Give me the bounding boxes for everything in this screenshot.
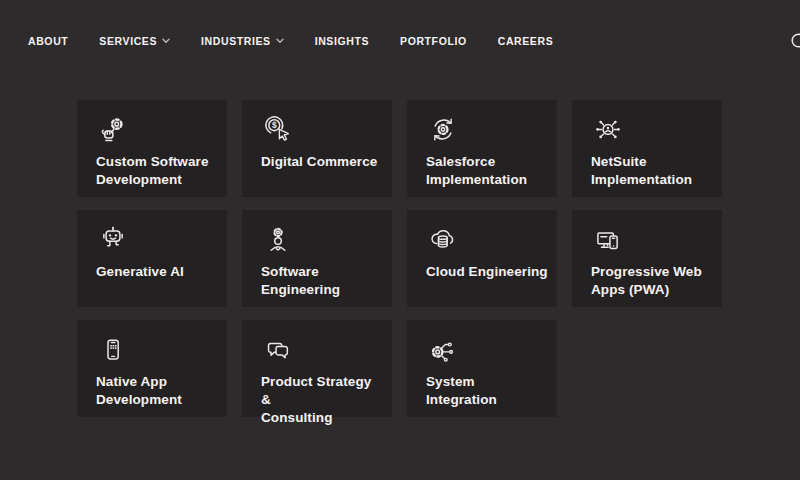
- nav-item-services[interactable]: SERVICES: [99, 35, 170, 47]
- monitor-phone-icon: [591, 223, 714, 257]
- services-mega-menu-page: { "colors": { "page_bg": "#2e2b2c", "car…: [0, 0, 800, 480]
- services-menu-grid: Custom Software Development $ Digital Co…: [77, 100, 722, 417]
- card-label: Cloud Engineering: [426, 263, 549, 281]
- chevron-down-icon: [162, 38, 170, 44]
- gear-circuit-icon: [426, 333, 549, 367]
- svg-text:$: $: [272, 120, 277, 130]
- card-label: System Integration: [426, 373, 549, 409]
- engineer-gear-icon: [261, 223, 384, 257]
- nav-label: SERVICES: [99, 35, 157, 47]
- nav-item-portfolio[interactable]: PORTFOLIO: [400, 35, 467, 47]
- card-label: Custom Software Development: [96, 153, 219, 189]
- chevron-down-icon: [276, 38, 284, 44]
- top-navigation: ABOUT SERVICES INDUSTRIES INSIGHTS PORTF…: [0, 0, 800, 82]
- nav-item-industries[interactable]: INDUSTRIES: [201, 35, 284, 47]
- nav-label: INDUSTRIES: [201, 35, 271, 47]
- chat-bubbles-icon: [261, 333, 384, 367]
- card-label: Progressive Web Apps (PWA): [591, 263, 714, 299]
- card-label: Digital Commerce: [261, 153, 384, 171]
- menu-card-salesforce-implementation[interactable]: Salesforce Implementation: [407, 100, 557, 197]
- nav-label: ABOUT: [28, 35, 68, 47]
- gear-hand-icon: [96, 113, 219, 147]
- click-coin-cursor-icon: $: [261, 113, 384, 147]
- search-icon[interactable]: [790, 32, 800, 52]
- card-label: Generative AI: [96, 263, 219, 281]
- card-label: Native App Development: [96, 373, 219, 409]
- nav-item-insights[interactable]: INSIGHTS: [315, 35, 369, 47]
- menu-card-digital-commerce[interactable]: $ Digital Commerce: [242, 100, 392, 197]
- menu-card-cloud-engineering[interactable]: Cloud Engineering: [407, 210, 557, 307]
- nav-label: PORTFOLIO: [400, 35, 467, 47]
- network-hub-icon: [591, 113, 714, 147]
- nav-item-careers[interactable]: CAREERS: [498, 35, 554, 47]
- menu-card-generative-ai[interactable]: Generative AI: [77, 210, 227, 307]
- nav-item-about[interactable]: ABOUT: [28, 35, 68, 47]
- robot-icon: [96, 223, 219, 257]
- card-label: Salesforce Implementation: [426, 153, 549, 189]
- menu-card-native-app-development[interactable]: Native App Development: [77, 320, 227, 417]
- menu-card-product-strategy-consulting[interactable]: Product Strategy & Consulting: [242, 320, 392, 417]
- nav-label: INSIGHTS: [315, 35, 369, 47]
- menu-card-system-integration[interactable]: System Integration: [407, 320, 557, 417]
- menu-card-progressive-web-apps[interactable]: Progressive Web Apps (PWA): [572, 210, 722, 307]
- smartphone-apps-icon: [96, 333, 219, 367]
- menu-card-netsuite-implementation[interactable]: NetSuite Implementation: [572, 100, 722, 197]
- cloud-database-icon: [426, 223, 549, 257]
- nav-label: CAREERS: [498, 35, 554, 47]
- menu-card-software-engineering[interactable]: Software Engineering: [242, 210, 392, 307]
- gear-sync-arrows-icon: [426, 113, 549, 147]
- card-label: NetSuite Implementation: [591, 153, 714, 189]
- card-label: Product Strategy & Consulting: [261, 373, 384, 427]
- menu-card-custom-software-development[interactable]: Custom Software Development: [77, 100, 227, 197]
- card-label: Software Engineering: [261, 263, 384, 299]
